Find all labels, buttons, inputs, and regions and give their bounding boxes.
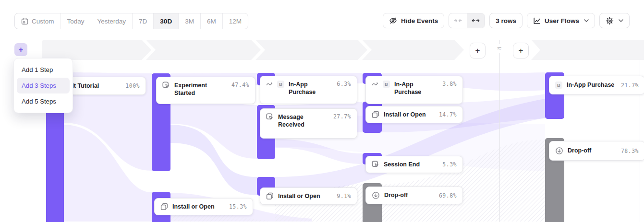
wave-arrow-icon [372,81,378,87]
node-install-or-open-3[interactable]: Install or Open 9.1% [260,187,357,205]
add-step-button[interactable]: + [14,43,27,56]
step-b-badge: B [555,82,562,89]
event-icon [372,161,379,168]
drop-off-icon [555,147,563,155]
node-label: In-App Purchase [289,81,332,96]
node-in-app-purchase-b[interactable]: B In-App Purchase 21.7% [549,76,644,94]
node-percentage: 6.3% [337,81,351,87]
layers-icon [266,192,274,200]
node-percentage: 21.7% [621,82,639,89]
layers-icon [372,111,379,118]
node-label: In-App Purchase [567,81,617,89]
node-percentage: 47.4% [231,82,249,88]
plus-icon: + [519,46,523,56]
menu-item-add-3-steps[interactable]: Add 3 Steps [17,78,70,93]
user-flows-app: A Exit Tutorial B In-App Purchase + + ≈ … [0,0,644,222]
node-install-or-open-4[interactable]: Install or Open 14.7% [365,106,463,123]
event-icon [162,82,170,89]
node-label: Message Received [278,113,329,129]
node-label: Drop-off [384,191,435,199]
add-step-after-button[interactable]: + [470,43,486,58]
node-percentage: 9.1% [337,193,351,199]
node-percentage: 14.7% [439,111,457,118]
node-percentage: 3.8% [442,81,457,87]
section-divider [499,40,500,222]
node-install-or-open-2[interactable]: Install or Open 15.3% [154,198,253,215]
node-experiment-started[interactable]: Experiment Started 47.4% [156,77,255,104]
drop-off-icon [372,191,380,199]
approx-gap-symbol: ≈ [493,44,506,53]
node-drop-off-4[interactable]: Drop-off 69.8% [365,187,463,204]
node-label: Session End [384,161,438,168]
node-label: In-App Purchase [394,81,438,96]
node-drop-off-b[interactable]: Drop-off 78.3% [549,141,644,161]
add-step-before-b-button[interactable]: + [513,43,529,58]
node-percentage: 15.3% [229,203,247,210]
node-percentage: 27.7% [333,113,351,120]
node-in-app-purchase-4[interactable]: B In-App Purchase 3.8% [365,76,463,104]
node-label: Drop-off [568,147,617,154]
node-percentage: 69.8% [439,192,457,199]
plus-icon: + [475,46,480,56]
node-label: Install or Open [172,203,225,210]
step-b-badge: B [383,81,390,88]
node-percentage: 78.3% [621,148,639,154]
event-icon [266,113,274,121]
menu-item-add-1-step[interactable]: Add 1 Step [17,62,70,78]
node-label: Exit Tutorial [65,82,121,90]
layers-icon [160,203,168,210]
node-percentage: 5.3% [442,161,457,168]
node-label: Install or Open [384,111,435,118]
step-b-badge: B [277,81,284,88]
plus-icon: + [19,46,23,54]
node-message-received[interactable]: Message Received 27.7% [260,108,357,139]
menu-item-add-5-steps[interactable]: Add 5 Steps [17,93,70,109]
node-label: Experiment Started [174,82,227,97]
node-percentage: 100% [125,82,140,89]
add-step-menu: Add 1 Step Add 3 Steps Add 5 Steps [13,58,73,113]
node-label: Install or Open [278,192,332,200]
node-session-end[interactable]: Session End 5.3% [365,156,463,173]
node-in-app-purchase-3[interactable]: B In-App Purchase 6.3% [260,76,357,104]
wave-arrow-icon [266,81,273,87]
